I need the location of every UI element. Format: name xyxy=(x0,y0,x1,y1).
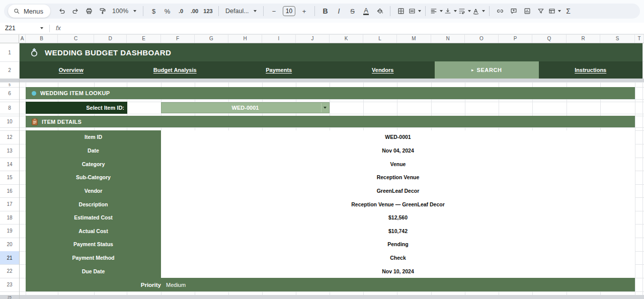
row-header-5[interactable]: 5 xyxy=(0,82,19,87)
column-header-I[interactable]: I xyxy=(262,35,296,43)
column-header-Q[interactable]: Q xyxy=(532,35,567,43)
strikethrough-button[interactable]: S xyxy=(346,5,359,18)
row-header-16[interactable]: 16 xyxy=(0,184,19,197)
row-header-18[interactable]: 18 xyxy=(0,211,19,224)
column-header-R[interactable]: R xyxy=(567,35,600,43)
field-value[interactable]: Check xyxy=(161,255,635,261)
row-header-25[interactable]: 25 xyxy=(0,295,19,299)
row-header-13[interactable]: 13 xyxy=(0,144,19,158)
field-label: Category xyxy=(26,161,161,167)
row-header-21[interactable]: 21 xyxy=(0,251,19,264)
column-header-C[interactable]: C xyxy=(58,35,94,43)
decrease-decimal-button[interactable]: .0 xyxy=(175,5,187,18)
column-header-D[interactable]: D xyxy=(94,35,127,43)
row-header-19[interactable]: 19 xyxy=(0,224,19,238)
column-header-P[interactable]: P xyxy=(499,35,532,43)
undo-button[interactable] xyxy=(55,5,68,18)
bold-button[interactable]: B xyxy=(319,5,332,18)
row-header-12[interactable]: 12 xyxy=(0,130,19,144)
row-header-6[interactable]: 6 xyxy=(0,87,19,99)
increase-decimal-button[interactable]: .00 xyxy=(188,5,201,18)
column-header-S[interactable]: S xyxy=(600,35,635,43)
column-header-M[interactable]: M xyxy=(397,35,431,43)
column-header-H[interactable]: H xyxy=(228,35,262,43)
fill-color-button[interactable] xyxy=(373,5,386,18)
insert-comment-button[interactable] xyxy=(507,5,520,18)
functions-button[interactable]: Σ xyxy=(562,5,575,18)
field-value[interactable]: Reception Venue — GreenLeaf Decor xyxy=(161,201,635,207)
row-header-22[interactable]: 22 xyxy=(0,264,19,278)
row-header-20[interactable]: 20 xyxy=(0,238,19,251)
field-value[interactable]: Reception Venue xyxy=(161,174,635,180)
field-label: Date xyxy=(26,147,161,154)
merge-cells-button[interactable] xyxy=(408,5,421,18)
decrease-font-size-button[interactable]: − xyxy=(268,5,280,18)
tab-search[interactable]: ▸SEARCH xyxy=(435,61,539,79)
column-header-J[interactable]: J xyxy=(296,35,330,43)
row-header-1[interactable]: 1 xyxy=(0,43,19,61)
column-header-K[interactable]: K xyxy=(330,35,363,43)
tab-instructions[interactable]: Instructions xyxy=(539,61,643,79)
field-value[interactable]: Venue xyxy=(161,161,635,167)
column-header-E[interactable]: E xyxy=(127,35,161,43)
field-value[interactable]: GreenLeaf Decor xyxy=(161,188,635,194)
column-header-T[interactable]: T xyxy=(635,35,644,43)
filter-views-button[interactable] xyxy=(548,5,561,18)
increase-font-size-button[interactable]: + xyxy=(298,5,310,18)
cell-name-box[interactable]: Z21 xyxy=(5,25,43,32)
menus-button[interactable]: Menus xyxy=(8,5,50,18)
insert-chart-button[interactable] xyxy=(521,5,533,18)
text-wrap-button[interactable] xyxy=(458,5,471,18)
insert-link-button[interactable] xyxy=(494,5,506,18)
vertical-align-button[interactable] xyxy=(444,5,457,18)
item-id-dropdown[interactable]: WED-0001 xyxy=(161,102,330,113)
font-size-input[interactable]: 10 xyxy=(283,6,295,16)
tab-budget-analysis[interactable]: Budget Analysis xyxy=(123,61,227,79)
row-header-8[interactable]: 8 xyxy=(0,102,19,114)
tab-vendors[interactable]: Vendors xyxy=(331,61,435,79)
toolbar-divider xyxy=(218,6,219,16)
create-filter-button[interactable] xyxy=(534,5,547,18)
priority-value[interactable]: Medium xyxy=(166,282,186,288)
column-header-L[interactable]: L xyxy=(363,35,397,43)
font-selector[interactable]: Defaul... xyxy=(223,5,259,18)
row-header-15[interactable]: 15 xyxy=(0,171,19,184)
zoom-control[interactable]: 100% xyxy=(110,5,139,18)
row-header-14[interactable]: 14 xyxy=(0,158,19,171)
field-value[interactable]: Nov 10, 2024 xyxy=(161,268,635,274)
tab-overview[interactable]: Overview xyxy=(19,61,123,79)
horizontal-align-button[interactable] xyxy=(430,5,443,18)
text-color-icon: A xyxy=(363,7,369,16)
column-header-G[interactable]: G xyxy=(195,35,228,43)
text-color-button[interactable]: A xyxy=(360,5,372,18)
column-header-F[interactable]: F xyxy=(161,35,195,43)
italic-button[interactable]: I xyxy=(333,5,345,18)
field-label: Item ID xyxy=(26,134,161,140)
page-title: WEDDING BUDGET DASHBOARD xyxy=(45,48,171,57)
select-all-corner[interactable] xyxy=(0,35,19,43)
row-header-17[interactable]: 17 xyxy=(0,197,19,211)
column-header-A[interactable]: A xyxy=(19,35,26,43)
field-value[interactable]: WED-0001 xyxy=(161,134,635,140)
borders-button[interactable] xyxy=(394,5,407,18)
field-value[interactable]: Pending xyxy=(161,241,635,247)
column-header-N[interactable]: N xyxy=(431,35,465,43)
redo-button[interactable] xyxy=(69,5,82,18)
column-header-O[interactable]: O xyxy=(465,35,499,43)
field-label: Sub-Category xyxy=(26,174,161,180)
row-header-23[interactable]: 23 xyxy=(0,278,19,291)
field-label: Estimated Cost xyxy=(26,214,161,220)
field-value[interactable]: $10,742 xyxy=(161,228,635,234)
tab-payments[interactable]: Payments xyxy=(227,61,331,79)
paint-format-button[interactable] xyxy=(96,5,109,18)
row-header-10[interactable]: 10 xyxy=(0,116,19,127)
more-formats-button[interactable]: 123 xyxy=(202,5,214,18)
format-currency-button[interactable]: $ xyxy=(147,5,160,18)
text-rotation-button[interactable] xyxy=(472,5,485,18)
format-percent-button[interactable]: % xyxy=(161,5,174,18)
print-button[interactable] xyxy=(83,5,95,18)
field-value[interactable]: $12,560 xyxy=(161,214,635,220)
column-header-B[interactable]: B xyxy=(26,35,58,43)
field-value[interactable]: Nov 04, 2024 xyxy=(161,147,635,154)
row-header-2[interactable]: 2 xyxy=(0,61,19,79)
